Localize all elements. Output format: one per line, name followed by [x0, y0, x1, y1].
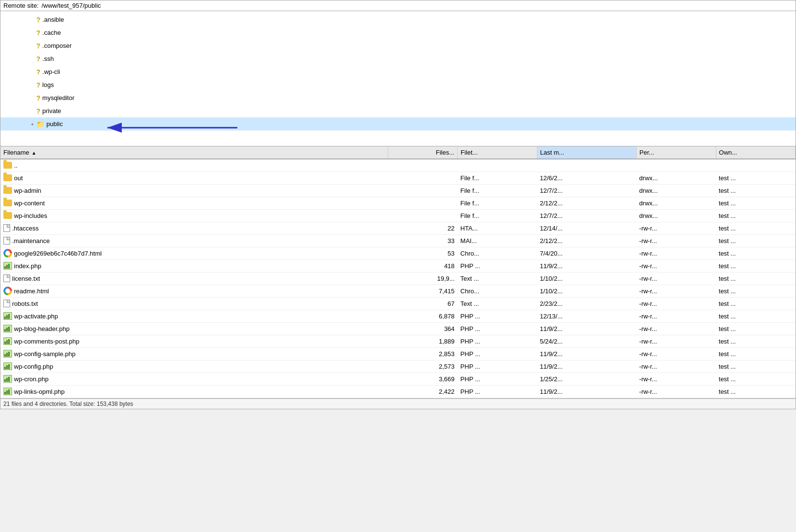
col-header-lastmod[interactable]: Last m... — [537, 146, 637, 159]
tree-item-label: .wp-cli — [43, 68, 60, 75]
cell-lastmod: 11/9/2... — [537, 385, 637, 398]
table-row[interactable]: index.php418PHP ...11/9/2...-rw-r...test… — [0, 259, 796, 272]
cell-size: 2,853 — [388, 347, 458, 360]
filename-label: wp-config-sample.php — [14, 350, 75, 358]
tree-item-logs[interactable]: ?logs — [0, 78, 796, 91]
cell-type: File f... — [458, 197, 537, 209]
cell-perms — [637, 159, 716, 172]
cell-type: HTA... — [458, 222, 537, 234]
table-row[interactable]: wp-blog-header.php364PHP ...11/9/2...-rw… — [0, 322, 796, 335]
cell-type: PHP ... — [458, 335, 537, 347]
cell-size — [388, 197, 458, 209]
cell-owner: test ... — [716, 360, 795, 373]
svg-rect-28 — [6, 378, 8, 382]
col-header-filename[interactable]: Filename ▲ — [0, 146, 388, 159]
cell-perms: drwx... — [637, 184, 716, 197]
folder-icon — [3, 162, 12, 169]
cell-lastmod: 1/25/2... — [537, 373, 637, 385]
cell-perms: -rw-r... — [637, 272, 716, 285]
php-icon — [3, 375, 12, 383]
chrome-icon — [3, 287, 12, 295]
tree-item-label: .ssh — [43, 55, 54, 62]
table-row[interactable]: wp-includesFile f...12/7/2...drwx...test… — [0, 209, 796, 222]
col-header-perms[interactable]: Per... — [637, 146, 716, 159]
table-row[interactable]: wp-comments-post.php1,889PHP ...5/24/2..… — [0, 335, 796, 347]
tree-item-private[interactable]: ?private — [0, 104, 796, 117]
php-icon — [3, 262, 12, 270]
svg-rect-29 — [8, 377, 10, 382]
cell-type: PHP ... — [458, 385, 537, 398]
table-row[interactable]: .htaccess22HTA...12/14/...-rw-r...test .… — [0, 222, 796, 234]
table-row[interactable]: outFile f...12/6/2...drwx...test ... — [0, 172, 796, 184]
php-icon — [3, 312, 12, 320]
tree-item-mysqleditor[interactable]: ?mysqleditor — [0, 91, 796, 104]
table-row[interactable]: .. — [0, 159, 796, 172]
cell-type: PHP ... — [458, 360, 537, 373]
cell-lastmod: 12/6/2... — [537, 172, 637, 184]
svg-rect-16 — [6, 340, 8, 344]
tree-item-.cache[interactable]: ?.cache — [0, 26, 796, 39]
cell-perms: -rw-r... — [637, 247, 716, 259]
table-row[interactable]: wp-links-opml.php2,422PHP ...11/9/2...-r… — [0, 385, 796, 398]
cell-lastmod: 11/9/2... — [537, 322, 637, 335]
file-icon — [3, 274, 10, 282]
table-row[interactable]: readme.html7,415Chro...1/10/2...-rw-r...… — [0, 285, 796, 297]
file-table: Filename ▲Files...Filet...Last m...Per..… — [0, 146, 796, 398]
filename-label: wp-admin — [14, 187, 41, 194]
cell-lastmod: 2/23/2... — [537, 297, 637, 310]
filename-label: wp-blog-header.php — [14, 325, 70, 332]
cell-lastmod: 5/24/2... — [537, 335, 637, 347]
folder-icon — [3, 212, 12, 219]
table-row[interactable]: wp-adminFile f...12/7/2...drwx...test ..… — [0, 184, 796, 197]
table-row[interactable]: wp-config-sample.php2,853PHP ...11/9/2..… — [0, 347, 796, 360]
col-header-owner[interactable]: Own... — [716, 146, 795, 159]
cell-perms: -rw-r... — [637, 285, 716, 297]
col-header-filetype[interactable]: Filet... — [458, 146, 537, 159]
php-icon — [3, 325, 12, 332]
filename-label: wp-content — [14, 200, 45, 207]
filename-label: wp-config.php — [14, 363, 53, 370]
table-row[interactable]: robots.txt67Text ...2/23/2...-rw-r...tes… — [0, 297, 796, 310]
cell-owner: test ... — [716, 197, 795, 209]
php-icon — [3, 388, 12, 395]
php-svg — [4, 350, 12, 357]
folder-icon — [3, 200, 12, 206]
svg-rect-5 — [8, 264, 10, 269]
tree-item-public[interactable]: +📁public — [0, 117, 796, 130]
svg-rect-27 — [4, 379, 6, 382]
cell-perms: -rw-r... — [637, 385, 716, 398]
unknown-icon: ? — [36, 16, 41, 24]
cell-type: File f... — [458, 184, 537, 197]
tree-panel: ?.ansible ?.cache ?.composer ?.ssh ?.wp-… — [0, 11, 796, 146]
tree-item-label: mysqleditor — [43, 94, 74, 101]
cell-lastmod: 2/12/2... — [537, 234, 637, 247]
cell-size: 67 — [388, 297, 458, 310]
table-row[interactable]: wp-contentFile f...2/12/2...drwx...test … — [0, 197, 796, 209]
svg-rect-33 — [8, 389, 10, 394]
table-row[interactable]: wp-cron.php3,669PHP ...1/25/2...-rw-r...… — [0, 373, 796, 385]
table-row[interactable]: wp-config.php2,573PHP ...11/9/2...-rw-r.… — [0, 360, 796, 373]
expand-icon[interactable]: + — [29, 121, 35, 127]
cell-perms: drwx... — [637, 197, 716, 209]
tree-item-.ssh[interactable]: ?.ssh — [0, 52, 796, 65]
cell-size: 2,573 — [388, 360, 458, 373]
tree-item-.wp-cli[interactable]: ?.wp-cli — [0, 65, 796, 78]
tree-item-label: .cache — [43, 29, 61, 36]
svg-rect-9 — [8, 314, 10, 319]
col-header-filesize[interactable]: Files... — [388, 146, 458, 159]
php-svg — [4, 363, 12, 370]
tree-item-.composer[interactable]: ?.composer — [0, 39, 796, 52]
cell-type: PHP ... — [458, 259, 537, 272]
col-label-perms: Per... — [639, 149, 654, 156]
cell-lastmod: 7/4/20... — [537, 247, 637, 259]
tree-item-.ansible[interactable]: ?.ansible — [0, 13, 796, 26]
php-icon — [3, 350, 12, 358]
table-row[interactable]: license.txt19,9...Text ...1/10/2...-rw-r… — [0, 272, 796, 285]
cell-type: Text ... — [458, 297, 537, 310]
table-row[interactable]: .maintenance33MAI...2/12/2...-rw-r...tes… — [0, 234, 796, 247]
table-row[interactable]: google9269eb6c7c46b7d7.html53Chro...7/4/… — [0, 247, 796, 259]
table-row[interactable]: wp-activate.php6,878PHP ...12/13/...-rw-… — [0, 310, 796, 322]
cell-type: File f... — [458, 209, 537, 222]
cell-lastmod: 12/13/... — [537, 310, 637, 322]
cell-type: Chro... — [458, 247, 537, 259]
